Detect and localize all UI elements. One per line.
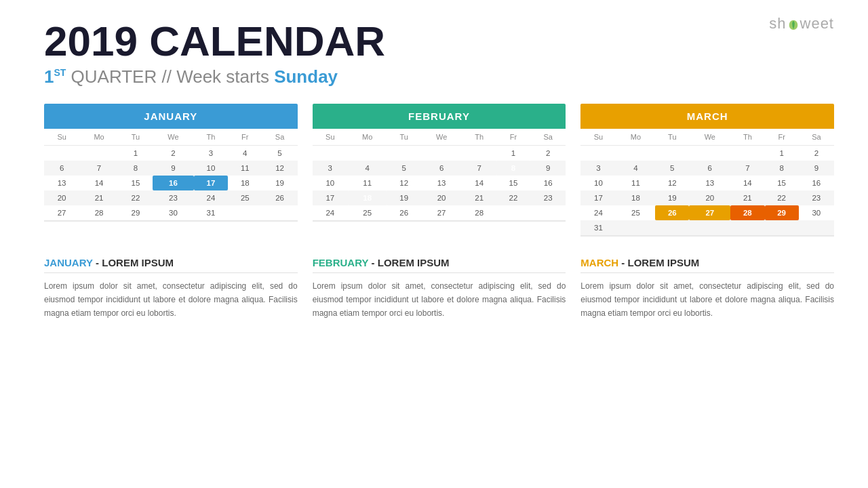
cal-table-january: SuMoTuWeThFrSa12345678910111213141516171… [44, 129, 298, 220]
cal-day-cell: 21 [730, 190, 764, 205]
cal-day-cell [496, 205, 530, 220]
cal-day-header: Su [313, 129, 348, 146]
cal-day-header: Sa [530, 129, 566, 146]
cal-day-cell: 4 [616, 161, 656, 176]
info-title-march: MARCH - LOREM IPSUM [580, 257, 834, 268]
cal-table-february: SuMoTuWeThFrSa12345678910111213141516171… [313, 129, 566, 220]
cal-day-header: Fr [496, 129, 530, 146]
cal-day-cell: 28 [730, 205, 764, 220]
cal-day-cell: 19 [655, 190, 689, 205]
cal-day-cell: 23 [530, 190, 566, 205]
cal-day-cell: 26 [262, 190, 297, 205]
cal-day-cell [655, 220, 689, 235]
info-block-february: FEBRUARY - LOREM IPSUMLorem ipsum dolor … [313, 257, 566, 320]
cal-day-cell: 18 [348, 190, 387, 205]
cal-day-cell [616, 146, 656, 161]
cal-week-row: 17181920212223 [580, 190, 834, 205]
info-text: Lorem ipsum dolor sit amet, consectetur … [44, 280, 298, 320]
cal-day-cell: 5 [262, 146, 297, 161]
cal-day-cell: 27 [44, 205, 79, 220]
info-month-label: MARCH [580, 257, 618, 268]
cal-day-cell: 24 [194, 190, 228, 205]
cal-day-cell: 11 [348, 176, 387, 190]
info-divider [44, 272, 298, 273]
cal-day-cell [421, 146, 462, 161]
cal-day-cell: 13 [689, 176, 730, 190]
cal-day-cell: 11 [616, 176, 656, 190]
cal-day-cell: 2 [530, 146, 566, 161]
calendars-row: JANUARYSuMoTuWeThFrSa1234567891011121314… [44, 104, 834, 245]
cal-day-cell: 18 [616, 190, 656, 205]
cal-day-cell: 7 [79, 161, 119, 176]
cal-day-cell: 23 [153, 190, 194, 205]
cal-week-row: 10111213141516 [313, 176, 566, 190]
cal-header-february: FEBRUARY [313, 104, 566, 129]
info-block-january: JANUARY - LOREM IPSUMLorem ipsum dolor s… [44, 257, 298, 320]
cal-day-cell: 24 [313, 205, 348, 220]
cal-day-cell: 6 [421, 161, 462, 176]
cal-table-march: SuMoTuWeThFrSa12345678910111213141516171… [580, 129, 834, 235]
cal-day-cell: 10 [313, 176, 348, 190]
cal-day-header: Mo [348, 129, 387, 146]
calendar-january: JANUARYSuMoTuWeThFrSa1234567891011121314… [44, 104, 298, 245]
cal-day-cell: 17 [580, 190, 616, 205]
cal-day-cell [530, 205, 566, 220]
cal-day-cell [580, 146, 616, 161]
cal-day-header: Tu [655, 129, 689, 146]
cal-day-cell [462, 146, 496, 161]
cal-day-cell: 2 [153, 146, 194, 161]
cal-day-cell: 26 [655, 205, 689, 220]
cal-day-cell: 12 [387, 176, 421, 190]
cal-day-cell: 27 [421, 205, 462, 220]
cal-day-cell: 22 [496, 190, 530, 205]
cal-day-cell: 25 [348, 205, 387, 220]
cal-day-cell: 9 [530, 161, 566, 176]
cal-day-cell: 29 [119, 205, 153, 220]
cal-day-cell: 1 [496, 146, 530, 161]
cal-day-cell [765, 220, 799, 235]
cal-day-cell: 12 [262, 161, 297, 176]
cal-day-cell: 3 [313, 161, 348, 176]
cal-day-header: We [421, 129, 462, 146]
cal-day-cell: 15 [119, 176, 153, 190]
cal-week-row: 12 [313, 146, 566, 161]
cal-day-cell: 19 [387, 190, 421, 205]
cal-week-row: 20212223242526 [44, 190, 298, 205]
cal-day-cell: 14 [730, 176, 764, 190]
cal-day-cell: 25 [616, 205, 656, 220]
cal-day-header: Th [730, 129, 764, 146]
info-title-january: JANUARY - LOREM IPSUM [44, 257, 298, 268]
cal-day-cell: 26 [387, 205, 421, 220]
cal-day-header: Su [44, 129, 79, 146]
cal-day-cell [730, 220, 764, 235]
cal-day-cell: 14 [462, 176, 496, 190]
cal-day-cell: 30 [153, 205, 194, 220]
info-text: Lorem ipsum dolor sit amet, consectetur … [580, 280, 834, 320]
cal-day-cell [348, 146, 387, 161]
calendar-march: MARCHSuMoTuWeThFrSa123456789101112131415… [580, 104, 834, 245]
cal-day-cell [262, 205, 297, 220]
cal-day-cell: 13 [44, 176, 79, 190]
logo: shweet [769, 15, 834, 33]
cal-week-row: 3456789 [313, 161, 566, 176]
cal-week-row: 24252627282930 [580, 205, 834, 220]
cal-day-cell: 3 [194, 146, 228, 161]
calendar-february: FEBRUARYSuMoTuWeThFrSa123456789101112131… [313, 104, 566, 245]
cal-day-cell: 8 [496, 161, 530, 176]
cal-day-cell: 5 [387, 161, 421, 176]
cal-day-header: Th [194, 129, 228, 146]
info-section: JANUARY - LOREM IPSUMLorem ipsum dolor s… [44, 257, 834, 320]
cal-day-cell [799, 220, 834, 235]
cal-day-cell: 31 [580, 220, 616, 235]
cal-day-header: Su [580, 129, 616, 146]
cal-day-cell: 14 [79, 176, 119, 190]
cal-week-row: 2728293031 [44, 205, 298, 220]
cal-day-header: Tu [387, 129, 421, 146]
cal-day-cell: 6 [44, 161, 79, 176]
cal-day-header: Th [462, 129, 496, 146]
cal-week-row: 17181920212223 [313, 190, 566, 205]
cal-day-cell: 1 [765, 146, 799, 161]
cal-day-cell: 15 [496, 176, 530, 190]
info-month-label: JANUARY [44, 257, 93, 268]
cal-week-row: 31 [580, 220, 834, 235]
